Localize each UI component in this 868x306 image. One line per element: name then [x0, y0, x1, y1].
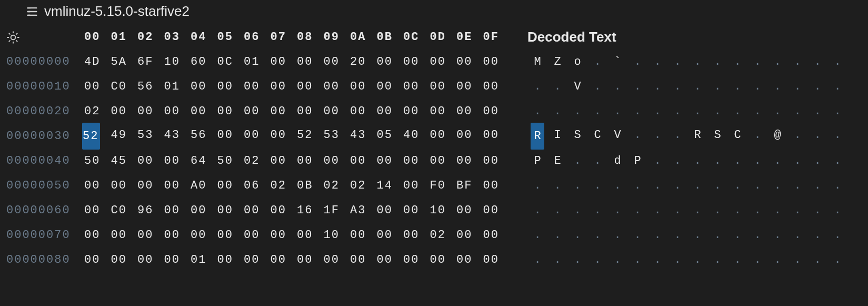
- hex-byte[interactable]: 00: [377, 149, 404, 173]
- decoded-char[interactable]: .: [667, 99, 687, 124]
- hex-byte[interactable]: 43: [350, 123, 377, 150]
- decoded-char[interactable]: .: [767, 99, 787, 124]
- hex-row[interactable]: 0000002002000000000000000000000000000000…: [6, 99, 862, 124]
- hex-byte[interactable]: 02: [430, 223, 457, 248]
- decoded-char[interactable]: .: [787, 223, 807, 248]
- hex-byte[interactable]: 00: [456, 50, 483, 74]
- hex-byte[interactable]: 00: [137, 248, 164, 272]
- hex-byte[interactable]: 00: [430, 99, 457, 124]
- decoded-char[interactable]: .: [707, 173, 727, 198]
- decoded-char[interactable]: .: [727, 149, 747, 173]
- decoded-char[interactable]: .: [547, 99, 567, 124]
- decoded-char[interactable]: .: [527, 248, 547, 272]
- hex-byte[interactable]: 00: [137, 149, 164, 173]
- decoded-char[interactable]: .: [807, 223, 827, 248]
- hex-byte[interactable]: 00: [137, 99, 164, 124]
- decoded-char[interactable]: .: [827, 198, 847, 223]
- hex-byte[interactable]: 00: [377, 99, 404, 124]
- hex-byte[interactable]: 00: [84, 248, 111, 272]
- decoded-char[interactable]: .: [547, 248, 567, 272]
- decoded-char[interactable]: .: [647, 74, 667, 99]
- decoded-char[interactable]: .: [647, 99, 667, 124]
- hex-byte[interactable]: 60: [191, 50, 217, 74]
- hex-byte[interactable]: 00: [377, 248, 404, 272]
- decoded-char[interactable]: .: [547, 173, 567, 198]
- hex-byte[interactable]: 00: [483, 123, 510, 150]
- hex-byte[interactable]: 00: [350, 99, 377, 124]
- hex-byte[interactable]: 00: [84, 173, 111, 198]
- decoded-char[interactable]: .: [667, 50, 687, 74]
- hex-byte[interactable]: 00: [324, 50, 351, 74]
- hex-byte[interactable]: 00: [350, 223, 377, 248]
- decoded-char[interactable]: .: [587, 173, 607, 198]
- decoded-char[interactable]: .: [547, 223, 567, 248]
- decoded-char[interactable]: .: [627, 50, 647, 74]
- decoded-char[interactable]: .: [647, 149, 667, 173]
- decoded-char[interactable]: .: [807, 198, 827, 223]
- decoded-char[interactable]: .: [807, 123, 827, 150]
- decoded-char[interactable]: .: [667, 74, 687, 99]
- decoded-char[interactable]: .: [747, 74, 767, 99]
- hex-byte[interactable]: 56: [137, 74, 164, 99]
- decoded-char[interactable]: .: [647, 248, 667, 272]
- hex-byte[interactable]: A3: [350, 198, 377, 223]
- decoded-char[interactable]: .: [787, 149, 807, 173]
- decoded-char[interactable]: .: [787, 248, 807, 272]
- decoded-char[interactable]: .: [667, 149, 687, 173]
- hex-byte[interactable]: 00: [191, 99, 217, 124]
- hex-byte[interactable]: 00: [164, 173, 191, 198]
- hex-byte[interactable]: 00: [430, 248, 457, 272]
- decoded-char[interactable]: .: [827, 50, 847, 74]
- hex-byte[interactable]: 1F: [324, 198, 351, 223]
- hex-byte[interactable]: 00: [271, 248, 297, 272]
- hex-byte[interactable]: 00: [483, 99, 510, 124]
- decoded-char[interactable]: .: [647, 50, 667, 74]
- hex-byte[interactable]: 00: [456, 149, 483, 173]
- hex-byte[interactable]: 00: [217, 173, 244, 198]
- hex-byte[interactable]: 00: [377, 50, 404, 74]
- decoded-char[interactable]: .: [747, 248, 767, 272]
- decoded-char[interactable]: .: [787, 198, 807, 223]
- decoded-char[interactable]: .: [787, 50, 807, 74]
- hex-byte[interactable]: 00: [164, 99, 191, 124]
- decoded-char[interactable]: .: [607, 74, 627, 99]
- decoded-char[interactable]: .: [627, 198, 647, 223]
- hex-byte[interactable]: 10: [324, 223, 351, 248]
- hex-byte[interactable]: 0C: [217, 50, 244, 74]
- decoded-char[interactable]: .: [527, 223, 547, 248]
- hex-bytes[interactable]: 00000000A00006020B02021400F0BF00: [84, 173, 510, 198]
- hex-byte[interactable]: 00: [84, 74, 111, 99]
- decoded-char[interactable]: Z: [547, 50, 567, 74]
- hex-row[interactable]: 0000001000C05601000000000000000000000000…: [6, 74, 862, 99]
- hex-byte[interactable]: 00: [483, 223, 510, 248]
- hex-byte[interactable]: 00: [403, 198, 430, 223]
- decoded-char[interactable]: .: [727, 198, 747, 223]
- decoded-char[interactable]: .: [647, 123, 667, 150]
- decoded-char[interactable]: C: [587, 123, 607, 150]
- decoded-text[interactable]: ................: [527, 99, 847, 124]
- decoded-char[interactable]: .: [667, 198, 687, 223]
- decoded-text[interactable]: ................: [527, 248, 847, 272]
- decoded-char[interactable]: .: [607, 198, 627, 223]
- hex-byte[interactable]: C0: [111, 74, 138, 99]
- decoded-char[interactable]: .: [767, 198, 787, 223]
- decoded-char[interactable]: .: [607, 248, 627, 272]
- hex-byte[interactable]: 00: [377, 223, 404, 248]
- decoded-char[interactable]: S: [567, 123, 587, 150]
- hex-byte[interactable]: 02: [244, 149, 271, 173]
- decoded-text[interactable]: MZo.`...........: [527, 50, 847, 74]
- decoded-char[interactable]: .: [687, 173, 707, 198]
- decoded-char[interactable]: .: [807, 74, 827, 99]
- decoded-char[interactable]: .: [827, 173, 847, 198]
- decoded-char[interactable]: .: [827, 248, 847, 272]
- hex-byte[interactable]: 10: [164, 50, 191, 74]
- decoded-char[interactable]: .: [687, 99, 707, 124]
- hex-byte[interactable]: 49: [111, 123, 138, 150]
- hex-byte[interactable]: 02: [324, 173, 351, 198]
- hex-byte[interactable]: 02: [350, 173, 377, 198]
- hex-byte[interactable]: 00: [350, 248, 377, 272]
- decoded-char[interactable]: P: [527, 149, 547, 173]
- hex-byte[interactable]: 01: [164, 74, 191, 99]
- hex-byte[interactable]: 45: [111, 149, 138, 173]
- hex-byte[interactable]: 00: [456, 198, 483, 223]
